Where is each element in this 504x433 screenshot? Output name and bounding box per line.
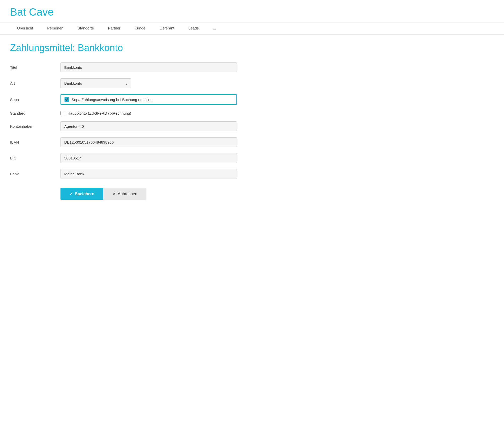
bic-label: BIC: [10, 156, 60, 160]
tab-more[interactable]: ...: [206, 22, 223, 34]
form-grid: Titel Art Bankkonto Kreditkarte Bar ⌄ Se…: [10, 62, 237, 200]
bank-input[interactable]: [60, 169, 237, 179]
cancel-icon: ✕: [112, 191, 116, 196]
nav-tabs: Übersicht Personen Standorte Partner Kun…: [0, 22, 504, 35]
tab-partner[interactable]: Partner: [101, 22, 128, 34]
kontoinhaber-input[interactable]: [60, 121, 237, 131]
sepa-label: Sepa: [10, 97, 60, 102]
sepa-checkbox[interactable]: [65, 97, 69, 102]
bic-input[interactable]: [60, 153, 237, 163]
standard-checkbox-label: Hauptkonto (ZUGFeRD / XRechnung): [68, 111, 131, 115]
tab-kunde[interactable]: Kunde: [128, 22, 152, 34]
app-header: Bat Cave: [0, 0, 504, 22]
standard-checkbox[interactable]: [60, 111, 65, 115]
art-select-wrapper: Bankkonto Kreditkarte Bar ⌄: [60, 78, 131, 88]
sepa-checkbox-label: Sepa Zahlungsanweisung bei Buchung erste…: [72, 97, 152, 102]
save-button[interactable]: ✓ Speichern: [60, 188, 103, 200]
art-select[interactable]: Bankkonto Kreditkarte Bar: [60, 78, 131, 88]
main-content: Zahlungsmittel: Bankkonto Titel Art Bank…: [0, 35, 302, 208]
iban-input[interactable]: [60, 137, 237, 147]
iban-label: IBAN: [10, 140, 60, 144]
tab-uebersicht[interactable]: Übersicht: [10, 22, 40, 34]
page-heading: Zahlungsmittel: Bankkonto: [10, 43, 292, 53]
kontoinhaber-label: Kontoinhaber: [10, 124, 60, 128]
sepa-checkbox-wrapper[interactable]: Sepa Zahlungsanweisung bei Buchung erste…: [60, 94, 237, 105]
form-actions: ✓ Speichern ✕ Abbrechen: [60, 188, 237, 200]
tab-lieferant[interactable]: Lieferant: [152, 22, 181, 34]
save-icon: ✓: [70, 191, 73, 196]
cancel-button[interactable]: ✕ Abbrechen: [103, 188, 146, 200]
standard-checkbox-wrapper[interactable]: Hauptkonto (ZUGFeRD / XRechnung): [60, 111, 237, 115]
app-title: Bat Cave: [10, 6, 494, 18]
art-label: Art: [10, 81, 60, 85]
titel-label: Titel: [10, 65, 60, 70]
tab-leads[interactable]: Leads: [181, 22, 206, 34]
save-label: Speichern: [75, 192, 94, 196]
titel-input[interactable]: [60, 62, 237, 72]
cancel-label: Abbrechen: [118, 192, 137, 196]
bank-label: Bank: [10, 172, 60, 176]
standard-label: Standard: [10, 111, 60, 115]
tab-standorte[interactable]: Standorte: [71, 22, 101, 34]
tab-personen[interactable]: Personen: [40, 22, 70, 34]
